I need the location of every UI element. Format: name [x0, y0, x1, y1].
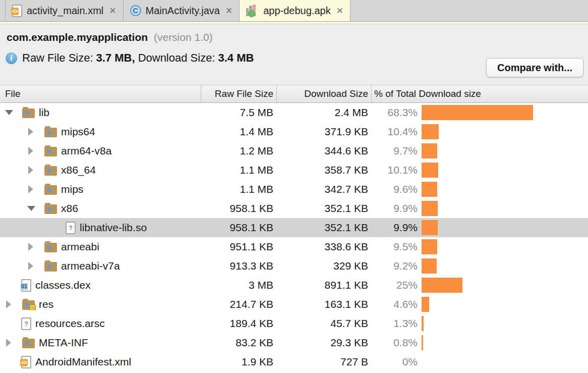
file-name-label: mips64	[61, 126, 95, 138]
tab-mainactivity-java[interactable]: C MainActivity.java ✕	[124, 0, 240, 21]
file-name-label: resources.arsc	[35, 317, 105, 330]
percent-bar-cell	[418, 201, 588, 216]
tab-app-debug-apk[interactable]: app-debug.apk ✕	[240, 0, 350, 21]
percent-cell: 1.3%	[371, 317, 418, 330]
percent-bar	[422, 278, 462, 293]
chevron-right-icon[interactable]	[4, 339, 22, 347]
column-header-raw-file-size[interactable]: Raw File Size	[201, 85, 276, 102]
chevron-down-icon[interactable]	[26, 206, 44, 211]
chevron-right-icon[interactable]	[26, 166, 44, 174]
percent-bar-cell	[418, 124, 588, 139]
file-name-cell: res	[0, 298, 201, 310]
package-line: com.example.myapplication (version 1.0)	[0, 24, 588, 43]
download-size-cell: 352.1 KB	[276, 222, 371, 234]
tab-activity-main-xml[interactable]: <> activity_main.xml ✕	[5, 0, 124, 21]
download-size-cell: 45.7 KB	[276, 317, 371, 330]
info-icon: i	[6, 52, 17, 64]
unknown-file-icon: ?	[21, 317, 31, 330]
percent-bar	[422, 335, 423, 350]
table-row[interactable]: x86_641.1 MB358.7 KB10.1%	[0, 161, 588, 180]
percent-cell: 10.1%	[371, 164, 418, 176]
table-row[interactable]: 01classes.dex3 MB891.1 KB25%	[0, 276, 588, 295]
close-icon[interactable]: ✕	[336, 6, 343, 16]
close-icon[interactable]: ✕	[225, 6, 232, 16]
download-size-cell: 163.1 KB	[276, 298, 371, 310]
raw-file-size-cell: 214.7 KB	[201, 298, 276, 310]
table-column-header: File Raw File Size Download Size % of To…	[0, 85, 588, 103]
xml-badge: <>	[20, 359, 28, 366]
table-row[interactable]: arm64-v8a1.2 MB344.6 KB9.7%	[0, 141, 588, 161]
raw-file-size-cell: 1.9 KB	[201, 356, 276, 368]
file-name-label: META-INF	[39, 337, 88, 349]
column-header-percent-of-total[interactable]: % of Total Download size	[371, 85, 588, 102]
table-row[interactable]: META-INF83.2 KB29.3 KB0.8%	[0, 333, 588, 352]
percent-bar-cell	[418, 220, 588, 235]
raw-size-value: 3.7 MB,	[96, 51, 135, 65]
raw-file-size-cell: 189.4 KB	[201, 317, 276, 330]
table-row[interactable]: lib7.5 MB2.4 MB68.3%	[0, 103, 588, 122]
percent-bar	[422, 201, 438, 216]
compare-with-button[interactable]: Compare with...	[486, 58, 583, 77]
percent-bar	[422, 143, 437, 158]
file-name-label: mips	[61, 183, 83, 195]
file-name-label: armeabi-v7a	[61, 260, 120, 272]
res-folder-icon	[22, 300, 35, 310]
folder-icon	[22, 339, 35, 348]
chevron-right-icon[interactable]	[26, 185, 44, 193]
tab-label: MainActivity.java	[146, 5, 220, 17]
folder-icon	[44, 204, 57, 214]
column-header-download-size[interactable]: Download Size	[276, 85, 371, 102]
chevron-right-icon[interactable]	[26, 262, 44, 270]
folder-icon	[44, 166, 57, 176]
package-version: (version 1.0)	[154, 31, 213, 43]
percent-bar-cell	[418, 239, 588, 254]
percent-cell: 0.8%	[371, 337, 418, 349]
table-row[interactable]: armeabi951.1 KB338.6 KB9.5%	[0, 237, 588, 256]
table-row[interactable]: ?libnative-lib.so958.1 KB352.1 KB9.9%	[0, 218, 588, 237]
download-size-cell: 2.4 MB	[276, 106, 371, 119]
download-size-cell: 891.1 KB	[276, 279, 371, 291]
table-row[interactable]: ?resources.arsc189.4 KB45.7 KB1.3%	[0, 314, 588, 333]
file-name-cell: META-INF	[0, 337, 201, 349]
table-row[interactable]: mips1.1 MB342.7 KB9.6%	[0, 180, 588, 199]
file-name-label: armeabi	[61, 241, 99, 253]
table-row[interactable]: armeabi-v7a913.3 KB329 KB9.2%	[0, 256, 588, 276]
percent-bar-cell	[418, 335, 588, 350]
dex-badge: 01	[21, 283, 28, 290]
dex-file-icon: 01	[21, 279, 31, 292]
download-size-cell: 29.3 KB	[276, 337, 371, 349]
raw-size-label: Raw File Size:	[22, 51, 93, 65]
download-size-cell: 352.1 KB	[276, 202, 371, 215]
table-row[interactable]: res214.7 KB163.1 KB4.6%	[0, 295, 588, 314]
download-size-value: 3.4 MB	[218, 51, 254, 65]
percent-bar-cell	[418, 258, 588, 274]
raw-file-size-cell: 3 MB	[201, 279, 276, 291]
chevron-right-icon[interactable]	[26, 128, 44, 136]
chevron-right-icon[interactable]	[26, 243, 44, 251]
file-name-cell: x86_64	[0, 164, 201, 176]
xml-file-icon: <>	[12, 5, 22, 17]
file-name-label: res	[39, 298, 53, 310]
chevron-right-icon[interactable]	[4, 300, 22, 308]
file-name-cell: mips64	[0, 126, 201, 138]
file-name-cell: mips	[0, 183, 201, 195]
file-name-cell: 01classes.dex	[0, 279, 201, 292]
percent-bar	[422, 316, 424, 331]
raw-file-size-cell: 958.1 KB	[201, 202, 276, 215]
xml-file-icon: <>	[21, 356, 31, 368]
close-icon[interactable]: ✕	[109, 6, 116, 16]
raw-file-size-cell: 958.1 KB	[201, 222, 276, 234]
table-row[interactable]: mips641.4 MB371.9 KB10.4%	[0, 122, 588, 141]
chevron-down-icon[interactable]	[4, 110, 22, 115]
table-row[interactable]: <>AndroidManifest.xml1.9 KB727 B0%	[0, 352, 588, 371]
percent-cell: 10.4%	[371, 126, 418, 138]
percent-cell: 4.6%	[371, 298, 418, 310]
editor-tab-bar: <> activity_main.xml ✕ C MainActivity.ja…	[0, 0, 588, 22]
percent-cell: 9.6%	[371, 183, 418, 195]
chevron-right-icon[interactable]	[26, 147, 44, 155]
column-header-file[interactable]: File	[0, 85, 201, 102]
file-name-cell: ?resources.arsc	[0, 317, 201, 330]
resources-badge	[29, 304, 36, 310]
table-row[interactable]: x86958.1 KB352.1 KB9.9%	[0, 199, 588, 218]
percent-cell: 9.9%	[371, 222, 418, 234]
